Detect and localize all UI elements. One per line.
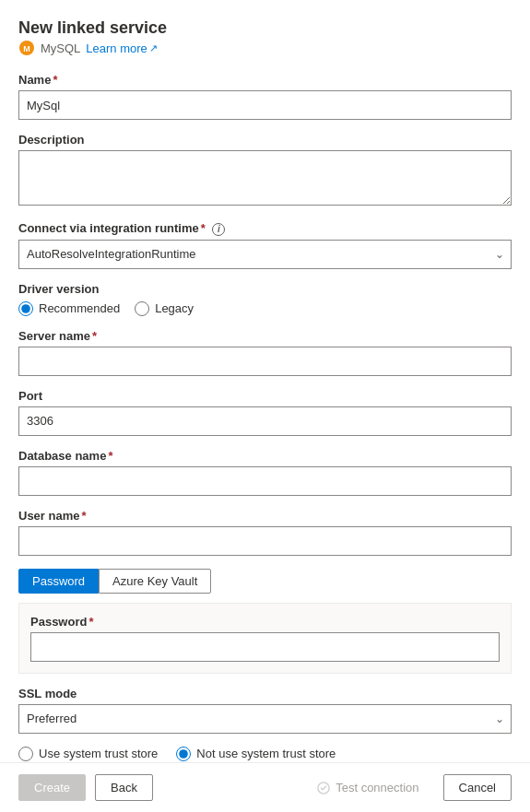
driver-version-label: Driver version bbox=[18, 282, 512, 296]
ssl-mode-label: SSL mode bbox=[18, 687, 512, 700]
trust-store-system-label: Use system trust store bbox=[39, 747, 158, 760]
runtime-required: * bbox=[201, 221, 206, 235]
driver-recommended-radio[interactable] bbox=[18, 301, 33, 316]
mysql-icon: M bbox=[18, 40, 35, 56]
password-required: * bbox=[88, 615, 93, 629]
ssl-mode-select-wrapper: Preferred Required Disabled ⌄ bbox=[18, 704, 512, 734]
learn-more-link[interactable]: Learn more ↗ bbox=[86, 41, 157, 55]
footer: Create Back Test connection Cancel bbox=[0, 762, 530, 812]
database-name-label: Database name* bbox=[18, 449, 512, 463]
password-input[interactable] bbox=[30, 632, 500, 662]
trust-store-not-use-option[interactable]: Not use system trust store bbox=[176, 747, 336, 761]
svg-text:M: M bbox=[23, 44, 30, 53]
user-name-group: User name* bbox=[18, 509, 512, 556]
test-connection-icon bbox=[317, 782, 330, 794]
page-title: New linked service bbox=[18, 18, 512, 38]
port-label: Port bbox=[18, 389, 512, 403]
integration-runtime-select[interactable]: AutoResolveIntegrationRuntime bbox=[18, 240, 512, 269]
subtitle-text: MySQL bbox=[41, 41, 80, 55]
description-input[interactable] bbox=[18, 150, 512, 206]
driver-recommended-label: Recommended bbox=[39, 301, 120, 315]
name-required: * bbox=[53, 73, 57, 87]
tab-password[interactable]: Password bbox=[18, 569, 99, 594]
driver-version-group: Driver version Recommended Legacy bbox=[18, 282, 512, 316]
external-link-icon: ↗ bbox=[149, 42, 158, 54]
user-name-label: User name* bbox=[18, 509, 512, 523]
user-required: * bbox=[81, 509, 86, 523]
info-icon[interactable]: i bbox=[212, 223, 225, 236]
name-group: Name* bbox=[18, 73, 512, 120]
database-name-input[interactable] bbox=[18, 466, 512, 496]
port-group: Port bbox=[18, 389, 512, 436]
driver-recommended-option[interactable]: Recommended bbox=[18, 301, 120, 316]
password-label: Password* bbox=[30, 615, 500, 629]
server-name-input[interactable] bbox=[18, 347, 512, 376]
trust-store-system-radio[interactable] bbox=[18, 747, 33, 761]
name-label: Name* bbox=[18, 73, 512, 87]
password-section: Password* bbox=[18, 603, 512, 674]
tab-azure-key-vault[interactable]: Azure Key Vault bbox=[99, 569, 211, 594]
integration-runtime-group: Connect via integration runtime* i AutoR… bbox=[18, 221, 512, 269]
subtitle-row: M MySQL Learn more ↗ bbox=[18, 40, 512, 56]
trust-store-not-use-label: Not use system trust store bbox=[196, 747, 336, 760]
cancel-button[interactable]: Cancel bbox=[443, 774, 512, 801]
db-required: * bbox=[108, 449, 112, 463]
server-required: * bbox=[92, 329, 97, 343]
ssl-mode-select[interactable]: Preferred Required Disabled bbox=[18, 704, 512, 734]
auth-tab-group: Password Azure Key Vault bbox=[18, 569, 512, 594]
server-name-group: Server name* bbox=[18, 329, 512, 376]
driver-legacy-label: Legacy bbox=[155, 301, 194, 315]
port-input[interactable] bbox=[18, 406, 512, 436]
driver-version-radio-group: Recommended Legacy bbox=[18, 301, 512, 316]
test-connection-button: Test connection bbox=[302, 775, 433, 800]
user-name-input[interactable] bbox=[18, 526, 512, 556]
trust-store-not-use-radio[interactable] bbox=[176, 747, 191, 761]
back-button[interactable]: Back bbox=[95, 774, 153, 801]
create-button[interactable]: Create bbox=[18, 774, 86, 801]
description-group: Description bbox=[18, 133, 512, 208]
name-input[interactable] bbox=[18, 90, 512, 120]
trust-store-system-option[interactable]: Use system trust store bbox=[18, 747, 158, 761]
driver-legacy-radio[interactable] bbox=[135, 301, 149, 316]
server-name-label: Server name* bbox=[18, 329, 512, 343]
integration-runtime-label: Connect via integration runtime* i bbox=[18, 221, 512, 236]
trust-store-group: Use system trust store Not use system tr… bbox=[18, 747, 512, 761]
password-group: Password* bbox=[30, 615, 500, 662]
ssl-mode-group: SSL mode Preferred Required Disabled ⌄ bbox=[18, 687, 512, 734]
test-connection-label: Test connection bbox=[336, 781, 418, 794]
database-name-group: Database name* bbox=[18, 449, 512, 496]
integration-runtime-select-wrapper: AutoResolveIntegrationRuntime ⌄ bbox=[18, 240, 512, 269]
description-label: Description bbox=[18, 133, 512, 147]
driver-legacy-option[interactable]: Legacy bbox=[135, 301, 194, 316]
